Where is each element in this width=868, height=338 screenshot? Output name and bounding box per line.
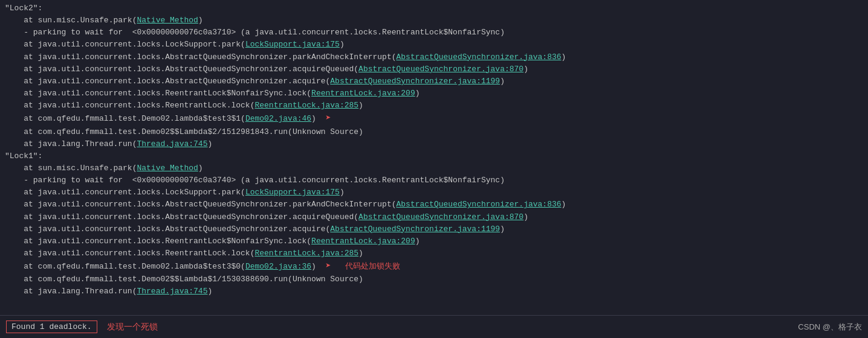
reentrant-nonfair-link-1[interactable]: ReentrantLock.java:209 bbox=[311, 89, 415, 98]
demo02-36-link[interactable]: Demo02.java:36 bbox=[245, 262, 311, 271]
l2-line1: at sun.misc.Unsafe.park(Native Method) bbox=[5, 14, 863, 27]
lock1-label: "Lock1": bbox=[5, 150, 863, 162]
l1-line1: at sun.misc.Unsafe.park(Native Method) bbox=[5, 162, 863, 174]
l1-line7: at java.util.concurrent.locks.ReentrantL… bbox=[5, 235, 863, 247]
l2-line7: at java.util.concurrent.locks.ReentrantL… bbox=[5, 88, 863, 100]
aqs-acquire-link-2[interactable]: AbstractQueuedSynchronizer.java:1199 bbox=[330, 225, 500, 234]
reentrant-lock-link-1[interactable]: ReentrantLock.java:285 bbox=[254, 101, 358, 110]
l2-line11: at java.lang.Thread.run(Thread.java:745) bbox=[5, 138, 863, 150]
aqs-acquirequeued-link-1[interactable]: AbstractQueuedSynchronizer.java:870 bbox=[358, 65, 523, 74]
lock2-label: "Lock2": bbox=[5, 2, 863, 14]
locksupport-link-1[interactable]: LockSupport.java:175 bbox=[245, 40, 340, 49]
l2-line10: at com.qfedu.fmmall.test.Demo02$$Lambda$… bbox=[5, 126, 863, 138]
found-deadlock-box: Found 1 deadlock. bbox=[6, 320, 97, 333]
aqs-acquirequeued-link-2[interactable]: AbstractQueuedSynchronizer.java:870 bbox=[358, 212, 523, 222]
l1-line5: at java.util.concurrent.locks.AbstractQu… bbox=[5, 211, 863, 223]
thread-run-link-1[interactable]: Thread.java:745 bbox=[137, 139, 207, 148]
native-method-link-1[interactable]: Native Method bbox=[137, 16, 198, 25]
aqs-parkcheck-link-1[interactable]: AbstractQueuedSynchronizer.java:836 bbox=[397, 53, 562, 62]
content-area: "Lock2": at sun.misc.Unsafe.park(Native … bbox=[5, 2, 863, 321]
thread-run-link-2[interactable]: Thread.java:745 bbox=[137, 287, 207, 296]
aqs-acquire-link-1[interactable]: AbstractQueuedSynchronizer.java:1199 bbox=[330, 77, 500, 86]
l2-line5: at java.util.concurrent.locks.AbstractQu… bbox=[5, 63, 863, 75]
bottom-bar: Found 1 deadlock. 发现一个死锁 CSDN @、格子衣 bbox=[0, 315, 868, 338]
l1-line11: at java.lang.Thread.run(Thread.java:745) bbox=[5, 285, 863, 298]
l1-line9: at com.qfedu.fmmall.test.Demo02.lambda$t… bbox=[5, 260, 863, 273]
lock-fail-annotation: 代码处加锁失败 bbox=[345, 261, 400, 270]
l2-line9: at com.qfedu.fmmall.test.Demo02.lambda$t… bbox=[5, 112, 863, 126]
l2-line4: at java.util.concurrent.locks.AbstractQu… bbox=[5, 51, 863, 63]
l1-line3: at java.util.concurrent.locks.LockSuppor… bbox=[5, 187, 863, 199]
deadlock-annotation: 发现一个死锁 bbox=[107, 322, 158, 333]
aqs-parkcheck-link-2[interactable]: AbstractQueuedSynchronizer.java:836 bbox=[397, 200, 562, 209]
l2-line8: at java.util.concurrent.locks.ReentrantL… bbox=[5, 100, 863, 112]
locksupport-link-2[interactable]: LockSupport.java:175 bbox=[245, 188, 340, 197]
l2-line6: at java.util.concurrent.locks.AbstractQu… bbox=[5, 75, 863, 88]
csdn-credit: CSDN @、格子衣 bbox=[798, 322, 862, 333]
l1-line10: at com.qfedu.fmmall.test.Demo02$$Lambda$… bbox=[5, 273, 863, 285]
l2-line3: at java.util.concurrent.locks.LockSuppor… bbox=[5, 39, 863, 51]
console-container: "Lock2": at sun.misc.Unsafe.park(Native … bbox=[0, 0, 868, 338]
l1-line8: at java.util.concurrent.locks.ReentrantL… bbox=[5, 247, 863, 260]
l1-line6: at java.util.concurrent.locks.AbstractQu… bbox=[5, 223, 863, 235]
l1-line2: - parking to wait for <0x00000000076c0a3… bbox=[5, 174, 863, 187]
demo02-46-link[interactable]: Demo02.java:46 bbox=[245, 114, 311, 123]
l2-line2: - parking to wait for <0x00000000076c0a3… bbox=[5, 27, 863, 39]
reentrant-lock-link-2[interactable]: ReentrantLock.java:285 bbox=[254, 249, 358, 258]
l1-line4: at java.util.concurrent.locks.AbstractQu… bbox=[5, 199, 863, 211]
native-method-link-2[interactable]: Native Method bbox=[137, 164, 198, 173]
reentrant-nonfair-link-2[interactable]: ReentrantLock.java:209 bbox=[311, 237, 415, 246]
